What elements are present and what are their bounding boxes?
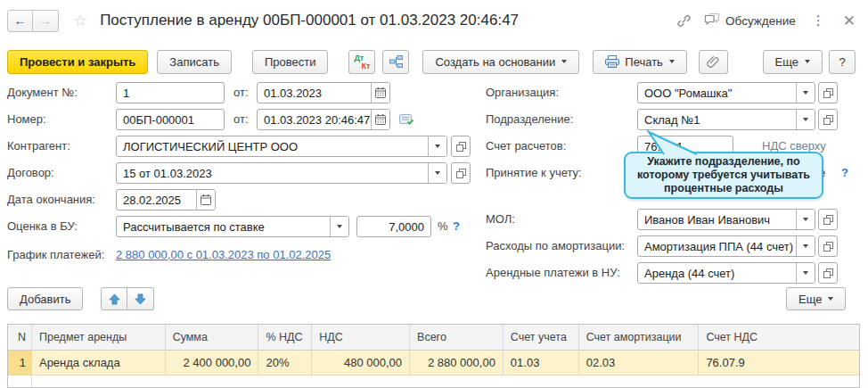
arrow-down-icon <box>135 293 146 305</box>
window-header: ← → ☆ Поступление в аренду 00БП-000001 о… <box>0 0 868 41</box>
post-button[interactable]: Провести <box>252 50 329 74</box>
dropdown-button[interactable] <box>796 83 815 103</box>
contract-open-button[interactable] <box>451 162 471 184</box>
table-row[interactable]: 1 Аренда склада 2 400 000,00 20% 480 000… <box>8 351 859 376</box>
dropdown-button[interactable] <box>330 217 348 236</box>
mol-open-button[interactable] <box>818 209 838 230</box>
cell-total[interactable]: 2 880 000,00 <box>410 351 504 375</box>
cell-subject[interactable]: Аренда склада <box>32 351 166 375</box>
post-and-close-button[interactable]: Провести и закрыть <box>7 50 148 74</box>
dropdown-button[interactable] <box>796 110 815 129</box>
column-header-account[interactable]: Счет учета <box>504 325 579 350</box>
nav-buttons: ← → <box>7 10 59 32</box>
dropdown-button[interactable] <box>428 163 446 183</box>
department-open-button[interactable] <box>818 109 838 130</box>
column-header-total[interactable]: Всего <box>410 325 504 350</box>
add-row-button[interactable]: Добавить <box>7 287 83 310</box>
structure-icon <box>389 55 403 68</box>
discussion-button[interactable]: Обсуждение <box>704 12 796 29</box>
mol-field[interactable]: Иванов Иван Иванович <box>637 209 815 230</box>
print-button[interactable]: Печать <box>593 50 687 74</box>
create-based-on-button[interactable]: Создать на основании <box>422 50 579 74</box>
counterparty-open-button[interactable] <box>451 136 471 157</box>
cell-vat-rate[interactable]: 20% <box>258 351 312 375</box>
copy-link-icon[interactable] <box>676 13 692 29</box>
cell-account[interactable]: 01.03 <box>504 351 579 375</box>
favorite-star-icon[interactable]: ☆ <box>73 12 87 29</box>
dropdown-button[interactable] <box>796 236 815 256</box>
chat-bubble-icon <box>704 12 720 29</box>
back-button[interactable]: ← <box>7 10 33 32</box>
column-header-vat-account[interactable]: Счет НДС <box>699 325 859 350</box>
chevron-down-icon <box>803 91 808 95</box>
cell-vat[interactable]: 480 000,00 <box>312 351 410 375</box>
datetime-field[interactable]: 01.03.2023 20:46:47 <box>257 109 390 130</box>
write-button[interactable]: Записать <box>157 50 232 74</box>
document-structure-button[interactable] <box>382 50 409 74</box>
set-time-button[interactable] <box>399 109 414 130</box>
calendar-button[interactable] <box>371 83 389 103</box>
close-icon[interactable]: ✕ <box>841 12 857 30</box>
cell-amount[interactable]: 2 400 000,00 <box>166 351 259 375</box>
column-header-vat[interactable]: НДС <box>312 325 410 350</box>
more-menu-icon[interactable]: ⋮ <box>808 12 829 29</box>
depreciation-open-button[interactable] <box>818 235 838 257</box>
dtkt-postings-button[interactable]: Дт Кт <box>348 50 375 74</box>
cell-n[interactable]: 1 <box>8 351 32 375</box>
depreciation-field[interactable]: Амортизация ППА (44 счет) <box>637 235 815 257</box>
chevron-down-icon <box>803 218 808 221</box>
table-header-row: N Предмет аренды Сумма % НДС НДС Всего С… <box>8 325 859 351</box>
forward-button[interactable]: → <box>33 10 59 32</box>
percent-sign: % <box>438 216 448 237</box>
lease-payments-open-button[interactable] <box>818 262 838 284</box>
help-button[interactable]: ? <box>829 50 856 74</box>
column-header-subject[interactable]: Предмет аренды <box>32 325 166 350</box>
doc-date-field[interactable]: 01.03.2023 <box>257 82 390 103</box>
calendar-button[interactable] <box>371 110 389 129</box>
items-more-button[interactable]: Еще <box>786 287 846 310</box>
move-up-button[interactable] <box>101 287 127 310</box>
contract-label: Договор: <box>7 162 54 184</box>
lease-payments-field[interactable]: Аренда (44 счет) <box>637 262 815 284</box>
chevron-down-icon <box>805 60 810 63</box>
column-header-n[interactable]: N <box>8 325 32 350</box>
acceptance-label: Принятие к учету: <box>486 162 582 184</box>
cell-depreciation-account[interactable]: 02.03 <box>579 351 700 375</box>
counterparty-field[interactable]: ЛОГИСТИЧЕСКИЙ ЦЕНТР ООО <box>116 136 447 157</box>
contract-field[interactable]: 15 от 01.03.2023 <box>116 162 447 184</box>
organization-label: Организация: <box>486 82 559 103</box>
schedule-label: График платежей: <box>7 244 104 266</box>
acceptance-help-link[interactable]: ? <box>841 162 848 184</box>
move-down-button[interactable] <box>127 287 154 310</box>
dropdown-button[interactable] <box>428 136 446 156</box>
calendar-button[interactable] <box>196 190 215 210</box>
rate-field[interactable]: 7,0000 <box>356 216 431 237</box>
column-header-vat-rate[interactable]: % НДС <box>258 325 312 350</box>
header-actions: Обсуждение ⋮ ✕ <box>676 12 857 30</box>
settlement-account-label: Счет расчетов: <box>486 136 566 157</box>
attachments-button[interactable] <box>699 50 728 74</box>
items-command-bar: Добавить Еще <box>0 287 868 314</box>
dropdown-button[interactable] <box>796 210 815 229</box>
number-field[interactable]: 00БП-000001 <box>116 109 225 130</box>
doc-no-label: Документ №: <box>7 82 78 103</box>
organization-field[interactable]: ООО "Ромашка" <box>637 82 815 103</box>
end-date-field[interactable]: 28.02.2025 <box>116 189 216 211</box>
document-check-icon <box>399 113 414 126</box>
arrow-left-icon: ← <box>14 13 27 28</box>
payment-schedule-link[interactable]: 2 880 000,00 с 01.03.2023 по 01.02.2025 <box>116 244 331 266</box>
organization-open-button[interactable] <box>818 82 838 103</box>
valuation-select[interactable]: Рассчитывается по ставке <box>116 216 349 237</box>
depreciation-label: Расходы по амортизации: <box>486 235 625 257</box>
cell-vat-account[interactable]: 76.07.9 <box>699 351 859 375</box>
toolbar-more-button[interactable]: Еще <box>763 50 823 74</box>
rate-help-link[interactable]: ? <box>453 216 460 237</box>
chevron-down-icon <box>669 60 675 63</box>
doc-no-field[interactable]: 1 <box>116 82 225 103</box>
datetime-from-label: от: <box>233 109 249 130</box>
command-bar: Провести и закрыть Записать Провести Дт … <box>0 48 868 75</box>
dropdown-button[interactable] <box>796 263 815 283</box>
column-header-amount[interactable]: Сумма <box>166 325 259 350</box>
column-header-depreciation-account[interactable]: Счет амортизации <box>579 325 700 350</box>
counterparty-label: Контрагент: <box>7 136 70 157</box>
